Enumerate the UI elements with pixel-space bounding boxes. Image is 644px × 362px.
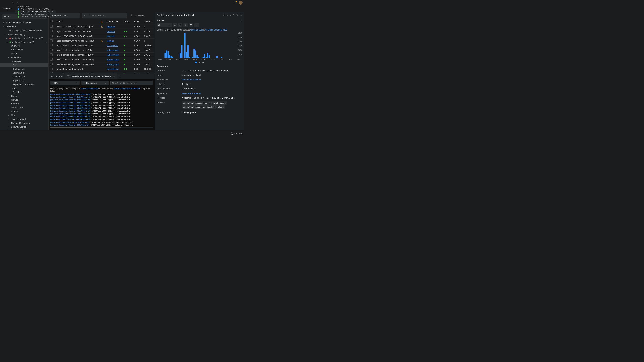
list-icon[interactable]: ≡	[230, 14, 231, 16]
sidebar-item[interactable]: Overview	[0, 59, 48, 63]
sidebar-item[interactable]: ▸lenscloud-production	[0, 129, 48, 130]
row-checkbox[interactable]	[50, 67, 53, 70]
bottom-tab[interactable]: ☰DaemonSet amazon-cloudwatch-fluent-bit✕	[65, 73, 117, 79]
sidebar-item[interactable]: ▸Custom Resources	[0, 121, 48, 125]
column-header[interactable]: ▲	[99, 19, 105, 24]
tab[interactable]: Daemon Sets - lc-staging1 (e...	[15, 15, 56, 18]
sidebar-item[interactable]: ▾Workloads	[0, 55, 48, 59]
search-pods[interactable]: Aa .*	[82, 13, 127, 18]
table-row[interactable]: nginx-1721304411-74df86f588-87p55⚠mario-…	[49, 24, 155, 29]
support-link[interactable]: Support	[234, 132, 242, 135]
namespace-link[interactable]: kube-system	[107, 58, 119, 61]
sidebar-item[interactable]: IAM_config_access-841310725496	[0, 28, 48, 32]
row-checkbox[interactable]	[50, 35, 53, 37]
support-icon[interactable]: ?	[231, 132, 233, 135]
sidebar-item[interactable]: Nodes	[0, 52, 48, 55]
sidebar-item[interactable]: ▸lc-staging-demo-k8s (eu-west-1)	[0, 36, 48, 40]
namespace-link[interactable]: juhotest	[107, 35, 114, 37]
sidebar-item[interactable]: ▸Access Control	[0, 117, 48, 121]
move-icon[interactable]: ✥	[223, 14, 225, 16]
namespace-link[interactable]: mario-ai	[107, 25, 115, 28]
download-icon[interactable]: ⬇	[130, 14, 132, 17]
row-checkbox[interactable]	[50, 25, 53, 28]
user-avatar[interactable]	[239, 1, 242, 4]
tab[interactable]: Deployments - lc-staging1 (e...	[15, 13, 56, 15]
tag-icon[interactable]: ◇	[178, 23, 182, 27]
property-link[interactable]: lens-cloud-backend	[182, 92, 201, 94]
table-row[interactable]: nvidia-device-plugin-daemonset-8sljckube…	[49, 48, 155, 53]
notifications-icon[interactable]	[234, 1, 237, 4]
tab-close-icon[interactable]: ✕	[52, 10, 53, 13]
logs-case-icon[interactable]: Aa	[115, 81, 118, 84]
column-header[interactable]: Namespace	[105, 19, 122, 24]
filter-icon[interactable]: ⛃	[112, 82, 114, 84]
namespace-link[interactable]: kube-system	[107, 49, 119, 51]
sidebar-item[interactable]: ▾lens-cloud-staging	[0, 32, 48, 36]
expand-icon[interactable]: ⇅	[169, 88, 170, 90]
logs-search[interactable]: ⛃ Aa .*	[110, 81, 153, 85]
row-checkbox[interactable]	[50, 53, 53, 56]
table-row[interactable]: prometheus-blackbox-exporter-549dcdprome…	[49, 71, 155, 73]
sidebar-item[interactable]: Replication Controllers	[0, 82, 48, 86]
table-row[interactable]: nginx-1724758378-5fb6f5847c-tqpx7juhotes…	[49, 34, 155, 38]
row-checkbox[interactable]	[50, 44, 53, 46]
table-row[interactable]: nvidia-device-plugin-daemonset-dxsxgkube…	[49, 57, 155, 62]
column-header[interactable]: Cont...	[122, 19, 132, 24]
namespace-link[interactable]: mario-ai	[107, 30, 115, 33]
sidebar-item[interactable]: ▸Network	[0, 98, 48, 102]
sidebar-item[interactable]: Stateful Sets	[0, 75, 48, 79]
column-header[interactable]: Memor...	[142, 19, 155, 24]
more-icon[interactable]: ⋮	[240, 19, 242, 22]
delete-icon[interactable]: 🗑	[236, 14, 239, 16]
range-select[interactable]: 4h▾	[157, 23, 172, 27]
sidebar-item[interactable]: Jobs	[0, 86, 48, 90]
edit-icon[interactable]: ✎	[233, 14, 235, 16]
namespace-link[interactable]: flux-system	[107, 44, 118, 47]
sidebar-item[interactable]: ▸Config	[0, 94, 48, 98]
sidebar-item[interactable]: Pods	[0, 63, 48, 67]
sidebar-item[interactable]: ▾AWS EKS	[0, 25, 48, 28]
rows-icon[interactable]: ☰	[189, 23, 193, 27]
table-row[interactable]: node-selector-with-no-nodes-767b9d68⚠loc…	[49, 38, 155, 43]
row-checkbox[interactable]	[50, 30, 53, 32]
table-row[interactable]: nvidia-device-plugin-daemonset-c969tkube…	[49, 53, 155, 57]
sidebar-item[interactable]: Namespaces	[0, 106, 48, 109]
flag-icon[interactable]: ⚑	[194, 23, 199, 27]
sidebar-item[interactable]: Events	[0, 109, 48, 113]
logs-scrollbar[interactable]	[50, 127, 153, 128]
namespace-link[interactable]: local-ai	[107, 39, 114, 42]
navigator-tab[interactable]: Navigator	[0, 5, 15, 12]
logs-ns-link[interactable]: amazon-cloudwatch	[81, 87, 99, 90]
sort-icon[interactable]: ⇅	[184, 23, 188, 27]
namespace-link[interactable]: kube-system	[107, 63, 119, 65]
tab[interactable]: ⌂Welcome	[15, 5, 56, 8]
logs-regex-icon[interactable]: .*	[120, 81, 122, 84]
refresh-icon[interactable]: ⟳	[226, 14, 228, 16]
sidebar-item[interactable]: ▸Security Center	[0, 125, 48, 129]
logs-ds-link[interactable]: amazon-cloudwatch-fluent-bit	[114, 87, 140, 90]
select-all-checkbox[interactable]	[50, 20, 53, 22]
expand-icon[interactable]: ⇅	[164, 83, 165, 85]
namespace-link[interactable]: kube-system	[107, 54, 119, 56]
search-input[interactable]	[92, 14, 126, 17]
row-checkbox[interactable]	[50, 63, 53, 65]
property-link[interactable]: lens-cloud-backend	[182, 78, 201, 81]
sidebar-item[interactable]: ▸Storage	[0, 102, 48, 106]
row-checkbox[interactable]	[50, 39, 53, 42]
tab[interactable]: Pods - lc-staging1 (eu-west-1)✕	[15, 10, 56, 13]
tab[interactable]: Pods - GKE_lens-dev-298208_...	[15, 8, 56, 10]
column-header[interactable]	[49, 19, 55, 24]
prom-link-2[interactable]: vmsingle-vmsingle:8429	[206, 29, 227, 31]
table-row[interactable]: nvidia-device-plugin-daemonset-v7sc6kube…	[49, 62, 155, 67]
sidebar-item[interactable]: Applications	[0, 48, 48, 52]
row-checkbox[interactable]	[50, 58, 53, 60]
sidebar-item[interactable]: Replica Sets	[0, 79, 48, 82]
column-header[interactable]: Name	[55, 19, 99, 24]
sidebar-item[interactable]: Cron Jobs	[0, 90, 48, 94]
table-row[interactable]: notification-controller-7bfbfd6479-cbl5r…	[49, 43, 155, 48]
table-row[interactable]: nginx-1721304411-84d4ff7d4b-87tk9mario-a…	[49, 29, 155, 34]
prom-link-1[interactable]: victoria-metrics	[190, 29, 204, 31]
bottom-tab[interactable]: ▣Terminal	[49, 73, 65, 79]
row-checkbox[interactable]	[50, 49, 53, 51]
tab-close-icon[interactable]: ✕	[113, 75, 115, 77]
